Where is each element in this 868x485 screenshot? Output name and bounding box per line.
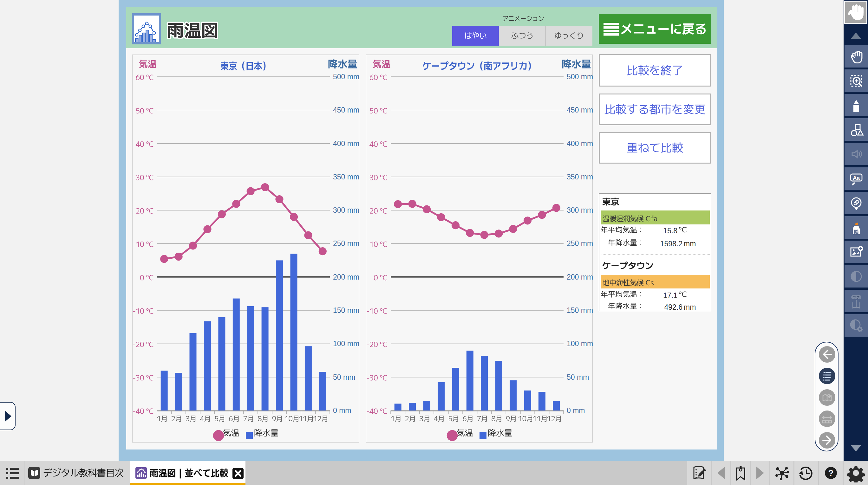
- svg-text:0 mm: 0 mm: [567, 407, 585, 415]
- svg-text:250 mm: 250 mm: [567, 239, 593, 248]
- svg-text:400 mm: 400 mm: [333, 139, 359, 148]
- svg-text:100 mm: 100 mm: [567, 340, 593, 348]
- svg-text:300 mm: 300 mm: [333, 206, 359, 214]
- svg-text:100 mm: 100 mm: [333, 340, 359, 348]
- svg-text:450 mm: 450 mm: [567, 106, 593, 114]
- svg-text:200 mm: 200 mm: [333, 273, 359, 281]
- svg-text:300 mm: 300 mm: [567, 206, 593, 214]
- svg-text:400 mm: 400 mm: [567, 139, 593, 148]
- svg-text:?: ?: [828, 468, 833, 478]
- svg-text:250 mm: 250 mm: [333, 239, 359, 248]
- svg-text:450 mm: 450 mm: [333, 106, 359, 114]
- svg-text:500 mm: 500 mm: [567, 73, 593, 81]
- svg-text:350 mm: 350 mm: [333, 173, 359, 181]
- svg-text:Aa: Aa: [853, 175, 860, 181]
- svg-text:200 mm: 200 mm: [567, 273, 593, 281]
- svg-text:150 mm: 150 mm: [333, 306, 359, 315]
- svg-text:0 mm: 0 mm: [333, 407, 351, 415]
- svg-text:50 mm: 50 mm: [567, 373, 589, 381]
- svg-text:150 mm: 150 mm: [567, 306, 593, 315]
- svg-text:500 mm: 500 mm: [333, 73, 359, 81]
- svg-text:350 mm: 350 mm: [567, 173, 593, 181]
- svg-text:50 mm: 50 mm: [333, 373, 355, 381]
